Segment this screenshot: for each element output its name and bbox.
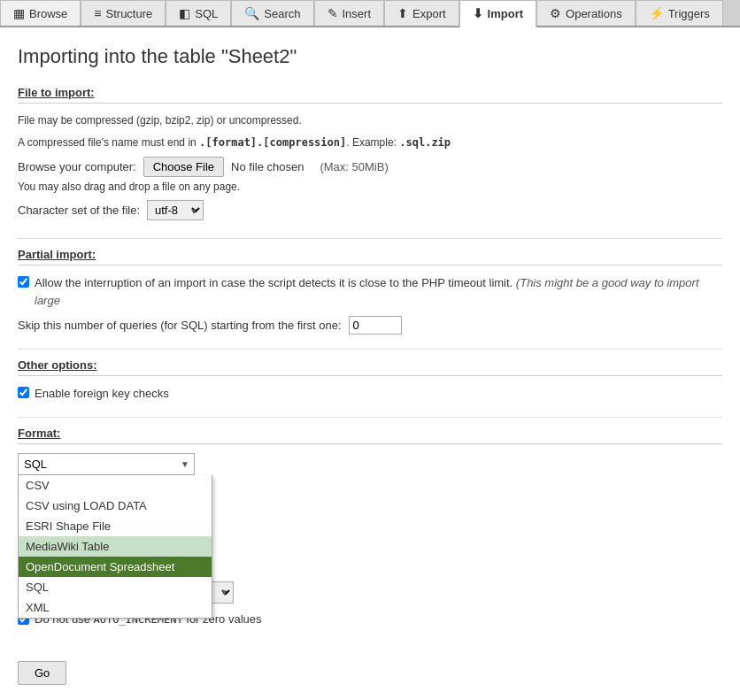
skip-queries-row: Skip this number of queries (for SQL) st… (18, 316, 722, 335)
dropdown-item-xml[interactable]: XML (19, 597, 212, 618)
format-header: Format: (18, 427, 722, 444)
import-icon: ⬇ (473, 6, 483, 20)
foreign-key-row: Enable foreign key checks (18, 385, 722, 403)
divider-3 (18, 417, 722, 418)
allow-interruption-checkbox[interactable] (18, 276, 29, 288)
dropdown-item-sql[interactable]: SQL (19, 577, 212, 597)
charset-select-wrapper: utf-8 latin1 utf-16 ▼ (147, 200, 204, 220)
tab-sql[interactable]: ◧ SQL (166, 0, 231, 26)
main-content: Importing into the table "Sheet2" File t… (0, 27, 740, 700)
structure-icon: ≡ (94, 6, 101, 20)
tab-structure[interactable]: ≡ Structure (81, 0, 166, 26)
format-select[interactable]: SQL (18, 453, 195, 475)
other-options-section: Other options: Enable foreign key checks (18, 358, 722, 403)
file-section-header: File to import: (18, 86, 722, 104)
triggers-icon: ⚡ (649, 6, 664, 20)
skip-queries-input[interactable]: 0 (349, 316, 402, 335)
file-info-line2: A compressed file's name must end in .[f… (18, 135, 722, 151)
divider-1 (18, 238, 722, 239)
skip-label: Skip this number of queries (for SQL) st… (18, 319, 342, 332)
search-icon: 🔍 (244, 6, 259, 20)
file-info-line1: File may be compressed (gzip, bzip2, zip… (18, 112, 722, 129)
insert-icon: ✎ (328, 6, 338, 20)
go-button-row: Go (18, 643, 722, 685)
browse-row: Browse your computer: Choose File No fil… (18, 157, 722, 177)
tab-insert[interactable]: ✎ Insert (314, 0, 385, 26)
browse-icon: ▦ (13, 6, 25, 20)
foreign-key-label: Enable foreign key checks (35, 385, 169, 403)
dropdown-item-csv[interactable]: CSV (19, 475, 212, 496)
max-size-label: (Max: 50MiB) (320, 160, 388, 173)
dropdown-item-esri[interactable]: ESRI Shape File (19, 516, 212, 536)
format-dropdown-wrapper: SQL ▼ CSV CSV using LOAD DATA ESRI Shape… (18, 453, 195, 475)
operations-icon: ⚙ (550, 6, 561, 20)
allow-interruption-row: Allow the interruption of an import in c… (18, 274, 722, 309)
allow-interruption-label: Allow the interruption of an import in c… (35, 274, 722, 309)
dropdown-item-mediawiki[interactable]: MediaWiki Table (19, 536, 212, 557)
tab-export[interactable]: ⬆ Export (384, 0, 459, 26)
file-to-import-section: File to import: File may be compressed (… (18, 86, 722, 220)
format-section: Format: SQL ▼ CSV CSV using LOAD DATA ES… (18, 427, 722, 626)
sql-icon: ◧ (179, 6, 190, 20)
foreign-key-checkbox[interactable] (18, 387, 29, 398)
tab-import[interactable]: ⬇ Import (459, 0, 536, 27)
go-button[interactable]: Go (18, 661, 66, 685)
format-dropdown-list: CSV CSV using LOAD DATA ESRI Shape File … (18, 475, 212, 619)
drag-drop-text: You may also drag and drop a file on any… (18, 181, 722, 193)
page-title: Importing into the table "Sheet2" (18, 45, 722, 68)
charset-label: Character set of the file: (18, 204, 140, 217)
tab-triggers[interactable]: ⚡ Triggers (636, 0, 723, 26)
charset-select[interactable]: utf-8 latin1 utf-16 (147, 200, 204, 220)
no-file-label: No file chosen (231, 160, 304, 173)
dropdown-item-opendoc[interactable]: OpenDocument Spreadsheet (19, 557, 212, 577)
format-select-wrapper: SQL ▼ (18, 453, 195, 475)
browse-label: Browse your computer: (18, 160, 136, 173)
tab-browse[interactable]: ▦ Browse (0, 0, 81, 26)
tab-operations[interactable]: ⚙ Operations (536, 0, 636, 26)
export-icon: ⬆ (397, 6, 408, 20)
partial-section-header: Partial import: (18, 248, 722, 265)
partial-import-section: Partial import: Allow the interruption o… (18, 248, 722, 335)
charset-row: Character set of the file: utf-8 latin1 … (18, 200, 722, 220)
nav-tabs: ▦ Browse ≡ Structure ◧ SQL 🔍 Search ✎ In… (0, 0, 740, 27)
choose-file-button[interactable]: Choose File (143, 157, 224, 177)
divider-2 (18, 349, 722, 350)
other-options-header: Other options: (18, 358, 722, 376)
dropdown-item-csv-load[interactable]: CSV using LOAD DATA (19, 496, 212, 516)
tab-search[interactable]: 🔍 Search (231, 0, 313, 26)
